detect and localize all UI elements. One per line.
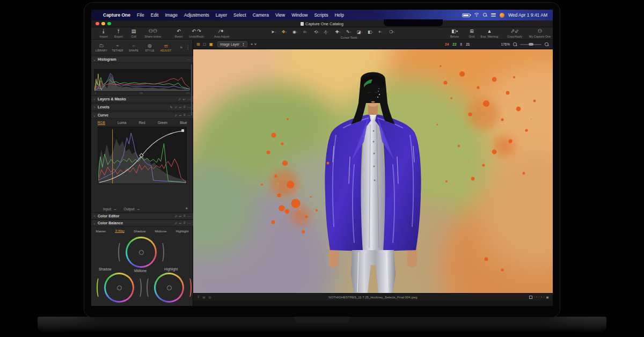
undo-redo-button[interactable]: ↶ ↷Undo/Redo — [186, 28, 207, 38]
reset-icon[interactable]: ↩ — [179, 113, 181, 117]
control-center-icon[interactable] — [491, 13, 496, 17]
cull-button[interactable]: ▤Cull — [125, 28, 143, 38]
add-layer-button[interactable]: + ˅ — [251, 42, 257, 47]
menu-select[interactable]: Select — [230, 12, 250, 18]
menu-image[interactable]: Image — [162, 12, 181, 18]
menu-scripts[interactable]: Scripts — [311, 12, 331, 18]
midtone-left-slider[interactable] — [118, 241, 123, 263]
curve-tab-luma[interactable]: Luma — [118, 121, 126, 124]
more-icon[interactable]: ⋯ — [187, 221, 191, 225]
spotlight-search-icon[interactable] — [483, 13, 487, 17]
curve-tab-red[interactable]: Red — [139, 121, 145, 124]
cb-tab-master[interactable]: Master — [96, 229, 106, 233]
shadow-color-wheel[interactable] — [104, 273, 134, 303]
menu-view[interactable]: View — [272, 12, 288, 18]
multi-view-icon[interactable]: ⊞ — [196, 42, 200, 47]
tab-tether[interactable]: ⌁TETHER — [109, 43, 126, 52]
reset-button[interactable]: ↶Reset — [170, 28, 188, 38]
curve-tab-blue[interactable]: Blue — [180, 121, 187, 124]
image-viewer[interactable] — [193, 49, 553, 293]
menu-window[interactable]: Window — [288, 12, 311, 18]
select-cursor-tool[interactable]: ➤˅ — [271, 30, 276, 34]
preset-icon[interactable]: ≡ — [184, 214, 186, 218]
single-view-icon[interactable]: □ — [203, 42, 206, 47]
cb-tab-shadow[interactable]: Shadow — [134, 229, 145, 233]
expand-tabs-icon[interactable]: » — [180, 45, 182, 50]
preset-icon[interactable]: ≡ — [184, 113, 186, 117]
menu-app-name[interactable]: Capture One — [100, 12, 134, 18]
midtone-right-slider[interactable] — [159, 241, 164, 263]
battery-icon[interactable] — [462, 13, 470, 17]
zoom-in-icon[interactable] — [545, 42, 548, 46]
menubar-app-icon[interactable] — [500, 13, 504, 18]
share-online-button[interactable]: ⚇⚇Share online — [141, 28, 165, 38]
tab-adjust[interactable]: ⚌ADJUST — [158, 43, 174, 52]
more-icon[interactable]: ⋯ — [187, 113, 191, 117]
cb-tab-midtone[interactable]: Midtone — [155, 229, 166, 233]
highlight-color-wheel[interactable] — [154, 273, 184, 303]
keystone-cursor-tool[interactable]: ∕|˅ — [325, 30, 328, 34]
curve-tab-green[interactable]: Green — [158, 121, 167, 124]
more-icon[interactable]: ⋯ — [187, 97, 191, 101]
spot-cursor-tool[interactable]: ✚˅ — [335, 30, 341, 34]
menu-camera[interactable]: Camera — [250, 12, 272, 18]
shadow-right-slider[interactable] — [136, 277, 142, 298]
tab-library[interactable]: 🗀LIBRARY — [93, 43, 109, 52]
crop-cursor-tool[interactable]: ⌗˅ — [303, 30, 307, 35]
menu-clock[interactable]: Wed Apr 1 9:41 AM — [508, 12, 547, 18]
eyedropper-cursor-tool[interactable]: ⌖˅ — [378, 30, 382, 35]
auto-adjust-button[interactable]: ⁄✦Auto Adjust — [210, 28, 233, 38]
preset-icon[interactable]: ≡ — [184, 221, 186, 225]
menu-help[interactable]: Help — [331, 12, 347, 18]
panel-color-balance-header[interactable]: ⌄Color Balance ⬀↩≡⋯ — [91, 219, 193, 226]
cb-tab-3way[interactable]: 3-Way — [115, 229, 125, 233]
pick-icon[interactable]: ⬀ — [174, 105, 177, 109]
pick-icon[interactable]: ⬀ — [174, 113, 177, 117]
exposure-warning-button[interactable]: ▲Exp. Warning — [478, 28, 501, 38]
zoom-out-icon[interactable] — [513, 42, 517, 46]
gradient-mask-cursor-tool[interactable]: ◧˅ — [368, 30, 373, 34]
highlight-right-slider[interactable] — [186, 277, 192, 298]
zoom-level[interactable]: 176% — [501, 42, 510, 46]
tabs-overflow-icon[interactable]: ⋮ — [186, 45, 190, 50]
pick-icon[interactable]: ⬀ — [174, 221, 177, 225]
zoom-slider-handle[interactable] — [529, 43, 533, 46]
shadow-left-slider[interactable] — [97, 277, 102, 298]
midtone-color-wheel[interactable] — [126, 237, 157, 268]
panel-color-editor-header[interactable]: ›Color Editor ⬀↩≡⋯ — [91, 213, 193, 219]
menu-adjustments[interactable]: Adjustments — [181, 12, 213, 18]
reset-icon[interactable]: ↩ — [179, 221, 181, 225]
preset-icon[interactable]: ≡ — [184, 105, 186, 109]
reset-icon[interactable]: ↩ — [182, 97, 185, 101]
curve-tab-rgb[interactable]: RGB — [98, 121, 105, 125]
menu-edit[interactable]: Edit — [148, 12, 162, 18]
before-after-button[interactable]: ◧▪Before — [445, 28, 464, 38]
zoom-slider[interactable] — [520, 44, 541, 45]
layer-selector[interactable]: Image Layer ▲▼ — [217, 41, 247, 47]
proof-view-icon[interactable]: ▣ — [209, 42, 214, 47]
panel-curve-header[interactable]: ⌄Curve ⬀↩≡⋯ — [91, 112, 193, 119]
panel-layers-header[interactable]: ›Layers & Masks ⬀↩⋯ — [91, 96, 193, 102]
draw-mask-cursor-tool[interactable]: ✎˅ — [346, 30, 352, 34]
tab-shape[interactable]: ⌔SHAPE — [126, 43, 142, 52]
loupe-cursor-tool[interactable]: ◉˅ — [292, 30, 298, 34]
more-icon[interactable]: ⋯ — [187, 105, 191, 109]
pen-icon[interactable]: ✎ — [170, 105, 172, 109]
more-icon[interactable]: ⋯ — [187, 57, 191, 61]
my-capture-one-button[interactable]: ⚇My Capture One — [527, 28, 553, 38]
panel-histogram-header[interactable]: ⌄Histogram ⋯ — [91, 56, 193, 63]
panel-levels-header[interactable]: ›Levels ✎⬀↩≡⋯ — [91, 104, 193, 111]
annotate-cursor-tool[interactable]: ❍˅ — [389, 30, 394, 34]
copy-apply-button[interactable]: ⬀⬃Copy/Apply — [503, 28, 526, 38]
menu-layer[interactable]: Layer — [213, 12, 230, 18]
reset-icon[interactable]: ↩ — [179, 105, 181, 109]
cb-tab-highlight[interactable]: Highlight — [175, 229, 188, 233]
pick-icon[interactable]: ⬀ — [178, 97, 181, 101]
more-icon[interactable]: ⋯ — [187, 214, 191, 218]
wifi-icon[interactable] — [474, 13, 479, 17]
rotate-cursor-tool[interactable]: ⟲˅ — [314, 30, 319, 34]
reset-icon[interactable]: ↩ — [179, 214, 181, 218]
sidebar-scrollbar[interactable] — [191, 64, 193, 115]
erase-mask-cursor-tool[interactable]: ◪˅ — [357, 30, 362, 34]
menu-file[interactable]: File — [134, 12, 148, 18]
